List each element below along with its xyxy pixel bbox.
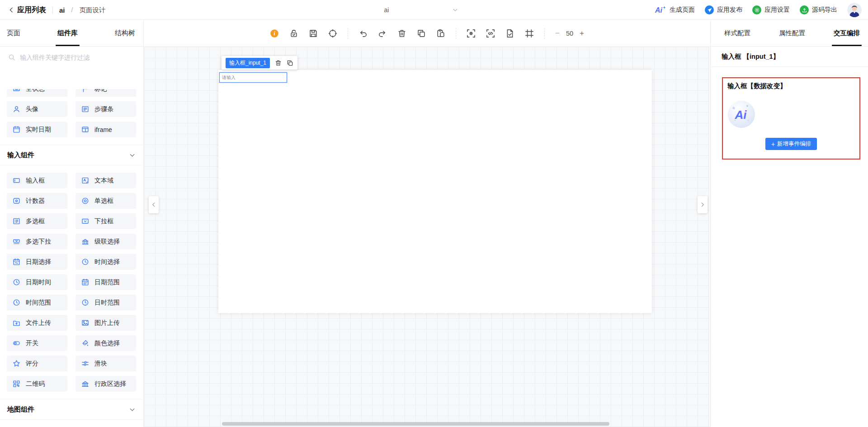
canvas-input-component[interactable]: 请输入 <box>219 72 287 83</box>
component-item-time-range[interactable]: 时间范围 <box>7 295 67 310</box>
component-item-file-upload[interactable]: 文件上传 <box>7 315 67 331</box>
component-item-label: iframe <box>94 126 112 133</box>
toolbar-paste-button[interactable] <box>436 29 445 38</box>
component-item-label: 开关 <box>26 339 38 347</box>
page-select-dropdown[interactable]: ai <box>312 0 461 20</box>
back-button[interactable]: 应用列表 <box>8 5 46 15</box>
component-item-image-upload[interactable]: 图片上传 <box>75 315 136 331</box>
component-grid: 空状态标记头像步骤条实时日期iframe输入组件输入框文本域计数器单选框多选框下… <box>0 89 143 427</box>
checkbox-icon <box>13 217 20 225</box>
toolbar-frame-button[interactable] <box>525 29 534 38</box>
export-circle <box>800 5 809 14</box>
component-item-cascade[interactable]: 级联选择 <box>75 234 136 249</box>
design-canvas[interactable]: 输入框_input_1 请输入 <box>144 47 710 427</box>
toolbar-info-button[interactable]: i <box>270 29 279 38</box>
page-sheet[interactable] <box>218 70 652 313</box>
component-item-qr-code[interactable]: 二维码 <box>7 376 67 392</box>
component-item-label: 级联选择 <box>94 238 120 246</box>
tag-icon <box>81 89 89 93</box>
header-action-settings[interactable]: 应用设置 <box>752 5 790 14</box>
component-item-label: 下拉框 <box>94 217 113 225</box>
inspector-component-title: 输入框 【input_1】 <box>711 47 868 67</box>
toolbar-unlock-button[interactable] <box>289 29 298 38</box>
chevron-left-icon <box>8 7 14 13</box>
steps-icon <box>81 105 89 113</box>
image-upload-icon <box>81 319 89 327</box>
component-section-header[interactable]: 输入组件 <box>0 145 143 165</box>
svg-text:Ai: Ai <box>655 6 663 14</box>
breadcrumb-separator: / <box>71 6 73 14</box>
component-item-switch[interactable]: 开关 <box>7 335 67 351</box>
component-item-counter[interactable]: 计数器 <box>7 193 67 209</box>
collapse-left-panel-handle[interactable] <box>149 196 159 213</box>
component-item-label: 日时范围 <box>94 299 120 307</box>
toolbar-trash-button[interactable] <box>397 29 406 38</box>
ai-logo-icon: Ai <box>655 5 666 14</box>
sidebar-tabs: 页面组件库结构树 <box>0 20 143 47</box>
component-item-district-select[interactable]: 行政区选择 <box>75 376 136 392</box>
component-item-multi-select[interactable]: 多选下拉 <box>7 234 67 249</box>
header-action-label: 源码导出 <box>812 6 837 14</box>
header-action-export[interactable]: 源码导出 <box>800 5 837 14</box>
component-item-radio[interactable]: 单选框 <box>75 193 136 209</box>
component-search-input[interactable] <box>20 54 135 61</box>
component-item-checkbox[interactable]: 多选框 <box>7 213 67 229</box>
textarea-icon <box>81 177 89 184</box>
component-item-color-picker[interactable]: 颜色选择 <box>75 335 136 351</box>
chevron-down-icon <box>129 406 136 413</box>
component-section-header[interactable]: 地图组件 <box>0 399 143 420</box>
tab-components[interactable]: 组件库 <box>57 20 78 46</box>
tab-pages[interactable]: 页面 <box>7 20 20 46</box>
component-item-select[interactable]: 下拉框 <box>75 213 136 229</box>
header-action-ai-logo[interactable]: Ai生成页面 <box>655 5 695 14</box>
component-item-empty-state[interactable]: 空状态 <box>7 89 67 97</box>
horizontal-scrollbar[interactable] <box>222 422 609 426</box>
collapse-right-panel-handle[interactable] <box>698 196 708 213</box>
svg-text:Ai: Ai <box>734 108 747 122</box>
back-label: 应用列表 <box>17 5 46 15</box>
search-icon <box>8 54 15 61</box>
component-item-time-picker[interactable]: 时间选择 <box>75 254 136 270</box>
zoom-out-button[interactable]: − <box>555 29 560 37</box>
duplicate-component-icon[interactable] <box>287 60 293 66</box>
publish-circle <box>705 5 714 14</box>
component-item-iframe[interactable]: iframe <box>75 122 136 137</box>
user-avatar[interactable] <box>847 3 862 17</box>
component-item-input[interactable]: 输入框 <box>7 173 67 188</box>
delete-component-icon[interactable] <box>275 60 282 66</box>
component-item-rating[interactable]: 评分 <box>7 356 67 371</box>
component-item-avatar[interactable]: 头像 <box>7 101 67 117</box>
component-item-label: 时间范围 <box>26 299 51 307</box>
component-item-label: 实时日期 <box>26 126 51 134</box>
toolbar-code-view-button[interactable] <box>486 29 495 38</box>
toolbar-copy-button[interactable] <box>417 29 426 38</box>
tab-style-config[interactable]: 样式配置 <box>724 20 750 46</box>
component-item-steps[interactable]: 步骤条 <box>75 101 136 117</box>
component-item-textarea[interactable]: 文本域 <box>75 173 136 188</box>
tab-props-config[interactable]: 属性配置 <box>779 20 805 46</box>
component-list-scroll[interactable]: 空状态标记头像步骤条实时日期iframe输入组件输入框文本域计数器单选框多选框下… <box>0 89 143 427</box>
component-item-datetime[interactable]: 日期时间 <box>7 274 67 290</box>
toolbar-preview-eye-button[interactable] <box>467 29 476 38</box>
chevron-left-icon <box>151 202 156 207</box>
tab-interaction[interactable]: 交互编排 <box>834 20 860 46</box>
component-item-date-range[interactable]: 日期范围 <box>75 274 136 290</box>
header-action-publish[interactable]: 应用发布 <box>705 5 742 14</box>
component-item-tag[interactable]: 标记 <box>75 89 136 97</box>
toolbar-target-button[interactable] <box>328 29 337 38</box>
toolbar-doc-check-button[interactable] <box>505 29 514 38</box>
time-picker-icon <box>81 258 89 266</box>
component-item-label: 多选框 <box>26 217 45 225</box>
component-item-date-picker[interactable]: 日期选择 <box>7 254 67 270</box>
toolbar-undo-button[interactable] <box>359 29 368 38</box>
tab-structure[interactable]: 结构树 <box>115 20 135 46</box>
component-item-slider[interactable]: 滑块 <box>75 356 136 371</box>
component-item-label: 行政区选择 <box>94 380 126 388</box>
toolbar-redo-button[interactable] <box>378 29 387 38</box>
component-item-live-date[interactable]: 实时日期 <box>7 122 67 137</box>
add-event-button[interactable]: + 新增事件编排 <box>765 138 817 150</box>
zoom-in-button[interactable]: + <box>580 29 584 37</box>
component-sidebar: 页面组件库结构树 空状态标记头像步骤条实时日期iframe输入组件输入框文本域计… <box>0 20 144 427</box>
toolbar-save-button[interactable] <box>309 29 318 38</box>
component-item-datetime-range[interactable]: 日时范围 <box>75 295 136 310</box>
